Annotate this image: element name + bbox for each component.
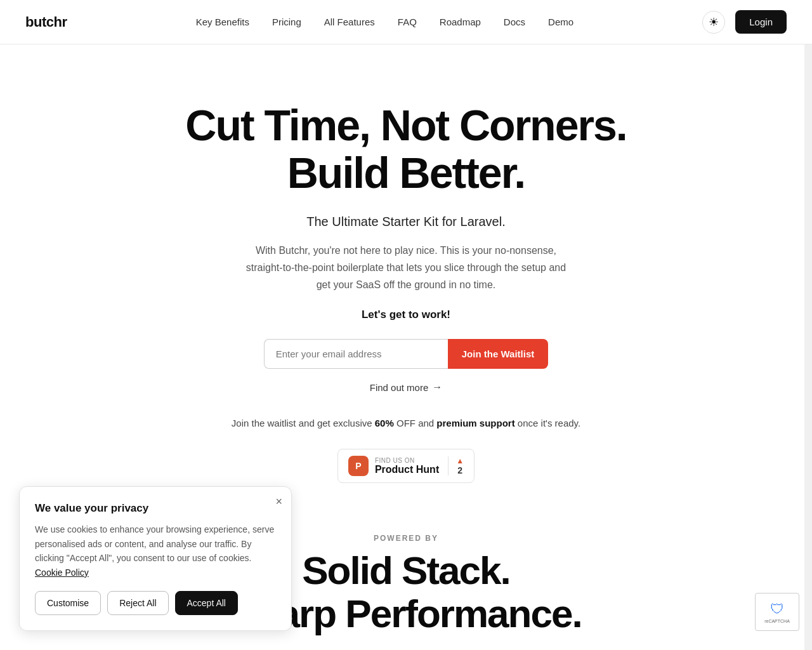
recaptcha-badge: 🛡 reCAPTCHA xyxy=(755,593,799,631)
hero-title-line1: Cut Time, Not Corners. xyxy=(185,101,626,149)
cookie-banner: × We value your privacy We use cookies t… xyxy=(19,486,292,631)
cookie-buttons: Customise Reject All Accept All xyxy=(35,591,276,615)
ph-vote-count: 2 xyxy=(457,465,462,475)
cookie-accept-button[interactable]: Accept All xyxy=(175,591,238,615)
nav-docs[interactable]: Docs xyxy=(504,17,525,27)
hero-description: With Butchr, you're not here to play nic… xyxy=(241,242,571,294)
waitlist-button[interactable]: Join the Waitlist xyxy=(448,339,548,369)
ph-upvote-icon: ▲ xyxy=(456,456,464,465)
recaptcha-text: reCAPTCHA xyxy=(764,619,790,623)
navbar: butchr Key Benefits Pricing All Features… xyxy=(0,0,812,44)
ph-text-block: FIND US ON Product Hunt xyxy=(375,457,439,475)
nav-roadmap[interactable]: Roadmap xyxy=(440,17,481,27)
hero-title: Cut Time, Not Corners. Build Better. xyxy=(146,102,666,197)
hero-title-line2: Build Better. xyxy=(287,149,525,197)
cookie-title: We value your privacy xyxy=(35,502,276,515)
hero-subtitle: The Ultimate Starter Kit for Laravel. xyxy=(146,215,666,229)
product-hunt-badge[interactable]: P FIND US ON Product Hunt ▲ 2 xyxy=(337,449,475,483)
cookie-customise-button[interactable]: Customise xyxy=(35,591,101,615)
sun-icon: ☀ xyxy=(709,15,719,29)
scrollbar[interactable] xyxy=(804,0,812,650)
navbar-actions: ☀ Login xyxy=(702,10,787,34)
discount-middle: OFF and xyxy=(394,418,437,428)
nav-pricing[interactable]: Pricing xyxy=(272,17,301,27)
theme-toggle-button[interactable]: ☀ xyxy=(702,11,725,34)
discount-percent: 60% xyxy=(375,418,394,428)
nav-demo[interactable]: Demo xyxy=(548,17,573,27)
nav-links: Key Benefits Pricing All Features FAQ Ro… xyxy=(196,17,573,27)
discount-bold2: premium support xyxy=(436,418,514,428)
nav-all-features[interactable]: All Features xyxy=(324,17,375,27)
product-hunt-icon: P xyxy=(348,456,369,476)
discount-text: Join the waitlist and get exclusive 60% … xyxy=(146,416,666,431)
find-out-more-link[interactable]: Find out more → xyxy=(146,381,666,393)
ph-icon-letter: P xyxy=(355,461,361,471)
email-form: Join the Waitlist xyxy=(146,339,666,369)
cookie-reject-button[interactable]: Reject All xyxy=(107,591,168,615)
ph-votes: ▲ 2 xyxy=(448,456,464,475)
discount-suffix: once it's ready. xyxy=(515,418,580,428)
recaptcha-icon: 🛡 xyxy=(770,601,784,618)
brand-logo[interactable]: butchr xyxy=(25,14,67,30)
email-input[interactable] xyxy=(264,339,448,369)
ph-find-us-label: FIND US ON xyxy=(375,457,415,464)
nav-key-benefits[interactable]: Key Benefits xyxy=(196,17,249,27)
ph-name: Product Hunt xyxy=(375,464,439,475)
nav-faq[interactable]: FAQ xyxy=(398,17,417,27)
find-out-more-label: Find out more xyxy=(370,382,429,393)
cookie-policy-link[interactable]: Cookie Policy xyxy=(35,567,89,578)
hero-cta-text: Let's get to work! xyxy=(146,308,666,321)
cookie-close-button[interactable]: × xyxy=(275,496,282,507)
discount-prefix: Join the waitlist and get exclusive xyxy=(232,418,375,428)
cookie-text: We use cookies to enhance your browsing … xyxy=(35,522,276,580)
login-button[interactable]: Login xyxy=(735,10,787,34)
arrow-right-icon: → xyxy=(432,381,442,393)
